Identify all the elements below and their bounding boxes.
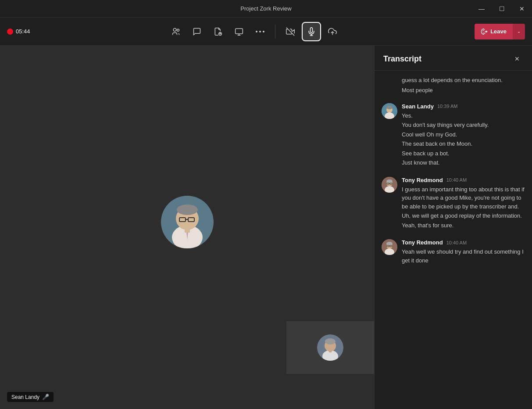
name-badge: Sean Landy 🎤 — [7, 392, 54, 402]
transcript-entry-sean: Sean Landy 10:39 AM Yes. You don't say t… — [382, 103, 525, 168]
thumbnail-video — [286, 321, 374, 374]
svg-point-8 — [256, 31, 257, 32]
reactions-button[interactable] — [208, 22, 228, 41]
svg-rect-27 — [329, 350, 332, 352]
leave-chevron[interactable]: ⌄ — [513, 24, 525, 39]
transcript-meta-tony-2: Tony Redmond 10:40 AM — [402, 239, 525, 246]
video-area: Sean Landy 🎤 — [0, 46, 374, 409]
transcript-content-tony-1: Tony Redmond 10:40 AM I guess an importa… — [402, 177, 525, 231]
transcript-meta-sean: Sean Landy 10:39 AM — [402, 103, 525, 110]
transcript-meta-tony-1: Tony Redmond 10:40 AM — [402, 177, 525, 183]
transcript-panel: Transcript ✕ guess a lot depends on the … — [374, 46, 532, 409]
transcript-avatar-tony — [382, 177, 397, 193]
close-button[interactable]: ✕ — [512, 0, 532, 18]
share-button[interactable] — [323, 22, 342, 41]
window-controls: — ☐ ✕ — [471, 0, 532, 17]
transcript-text-tony-1: I guess an important thing too about thi… — [402, 185, 525, 230]
mic-status-icon: 🎤 — [42, 394, 49, 400]
transcript-avatar-sean — [382, 103, 397, 119]
transcript-header: Transcript ✕ — [375, 46, 532, 71]
svg-point-31 — [386, 106, 393, 109]
transcript-speaker-name: Sean Landy — [402, 103, 434, 110]
svg-point-42 — [386, 242, 393, 245]
maximize-button[interactable]: ☐ — [492, 0, 512, 18]
transcript-avatar-tony-2 — [382, 239, 397, 255]
transcript-text-sean: Yes. You don't say things very carefully… — [402, 111, 525, 167]
svg-point-1 — [177, 29, 179, 31]
transcript-time-tony: 10:40 AM — [446, 177, 467, 183]
recording-indicator: 05:44 — [7, 28, 30, 35]
svg-point-35 — [386, 179, 393, 183]
window-title: Project Zork Review — [240, 5, 291, 12]
transcript-text-tony-2: Yeah well we should try and find out som… — [402, 248, 525, 265]
svg-rect-22 — [185, 228, 190, 233]
svg-point-0 — [173, 28, 176, 31]
titlebar: Project Zork Review — ☐ ✕ — [0, 0, 532, 18]
transcript-speaker-name-tony-2: Tony Redmond — [402, 239, 443, 246]
leave-container: Leave ⌄ — [475, 24, 525, 39]
svg-point-9 — [259, 31, 261, 32]
svg-rect-5 — [235, 29, 243, 34]
camera-button[interactable] — [281, 22, 300, 41]
timer-display: 05:44 — [16, 28, 30, 35]
transcript-content-tony-2: Tony Redmond 10:40 AM Yeah well we shoul… — [402, 239, 525, 265]
transcript-content-sean: Sean Landy 10:39 AM Yes. You don't say t… — [402, 103, 525, 168]
transcript-title: Transcript — [383, 54, 421, 64]
toolbar-center — [39, 22, 470, 41]
toolbar: 05:44 — [0, 18, 532, 46]
svg-point-18 — [177, 204, 198, 215]
transcript-close-button[interactable]: ✕ — [511, 53, 523, 65]
thumbnail-avatar — [317, 334, 343, 361]
svg-point-26 — [325, 338, 336, 344]
people-button[interactable] — [166, 22, 186, 41]
main-content: Sean Landy 🎤 Transcript ✕ guess a lot de… — [0, 46, 532, 409]
transcript-entry-tony-1: Tony Redmond 10:40 AM I guess an importa… — [382, 177, 525, 231]
svg-point-10 — [263, 31, 264, 32]
toolbar-separator — [275, 25, 275, 39]
transcript-body[interactable]: guess a lot depends on the enunciation. … — [375, 71, 532, 409]
chat-button[interactable] — [187, 22, 207, 41]
transcript-time: 10:39 AM — [437, 104, 457, 109]
mic-button[interactable] — [302, 22, 321, 41]
participant-name: Sean Landy — [11, 394, 39, 400]
leave-label: Leave — [490, 28, 507, 35]
continuation-text: guess a lot depends on the enunciation. … — [402, 76, 525, 95]
recording-dot — [7, 29, 13, 35]
minimize-button[interactable]: — — [471, 0, 492, 18]
transcript-entry-tony-2: Tony Redmond 10:40 AM Yeah well we shoul… — [382, 239, 525, 265]
more-button[interactable] — [250, 22, 270, 41]
sharescreen-button[interactable] — [229, 22, 249, 41]
transcript-speaker-name-tony: Tony Redmond — [402, 177, 443, 183]
main-participant-avatar — [161, 196, 214, 248]
transcript-continuation: guess a lot depends on the enunciation. … — [382, 76, 525, 103]
leave-button[interactable]: Leave — [475, 24, 513, 39]
transcript-time-tony-2: 10:40 AM — [446, 240, 467, 245]
